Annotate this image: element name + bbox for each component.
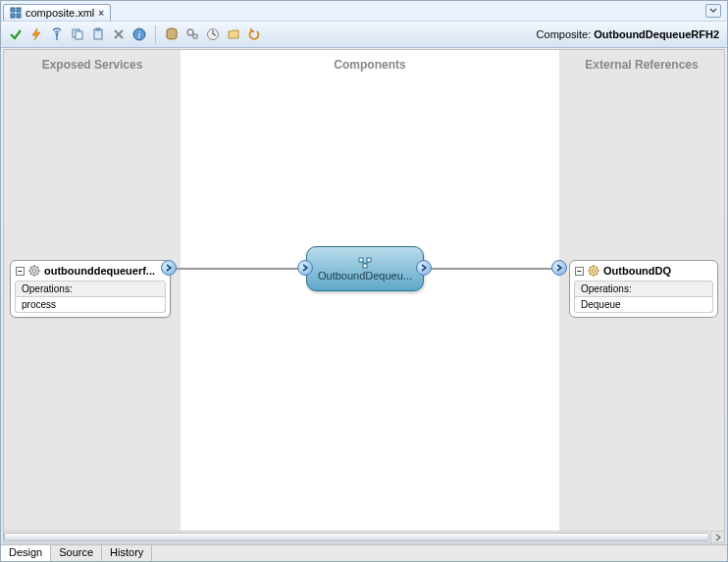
component-node-outbounddequeue[interactable]: OutboundDequeu...	[306, 246, 424, 291]
svg-rect-1	[17, 8, 21, 12]
canvas-inner: Exposed Services Components External Ref…	[4, 50, 724, 531]
composite-name-label: Composite: OutboundDequeueRFH2	[537, 28, 719, 40]
info-icon: i	[132, 27, 146, 41]
composite-canvas[interactable]: Exposed Services Components External Ref…	[3, 49, 725, 543]
toolbar-separator	[155, 26, 156, 43]
test-button[interactable]	[27, 26, 45, 43]
folder-button[interactable]	[225, 26, 242, 43]
component-node-name: OutboundDequeu...	[318, 270, 412, 281]
tab-history[interactable]: History	[102, 545, 152, 561]
file-tab-label: composite.xml	[26, 7, 94, 19]
copy-icon	[71, 27, 84, 41]
collapse-toggle-icon[interactable]: −	[16, 267, 25, 276]
folder-icon	[227, 27, 240, 41]
broadcast-button[interactable]	[48, 26, 66, 43]
file-tab-bar: composite.xml ×	[1, 1, 727, 21]
svg-rect-26	[359, 258, 363, 262]
service-node-header: − outbounddequeuerf...	[11, 261, 170, 279]
config-button[interactable]	[183, 26, 201, 43]
svg-point-30	[592, 269, 595, 272]
tab-source[interactable]: Source	[51, 545, 102, 561]
scrollbar-thumb[interactable]	[4, 533, 709, 541]
clock-icon	[206, 27, 220, 41]
composite-name-value: OutboundDequeueRFH2	[594, 28, 719, 40]
gear-icon	[27, 264, 41, 278]
svg-point-13	[187, 29, 193, 35]
delete-button[interactable]	[110, 26, 128, 43]
antenna-icon	[50, 27, 64, 41]
svg-point-14	[193, 34, 197, 38]
scrollbar-right-arrow[interactable]	[710, 532, 724, 543]
svg-rect-28	[363, 264, 367, 268]
service-operations-label: Operations:	[15, 281, 166, 297]
copy-button[interactable]	[69, 26, 86, 43]
external-references-header: External References	[559, 50, 724, 79]
undo-button[interactable]	[245, 26, 263, 43]
reference-operations-label: Operations:	[574, 281, 713, 297]
component-output-port[interactable]	[416, 260, 432, 276]
reference-node-header: − OutboundDQ	[570, 261, 717, 279]
config-icon	[185, 27, 199, 41]
svg-point-17	[32, 269, 35, 272]
wire-component-to-reference[interactable]	[426, 268, 563, 270]
chevron-right-icon	[555, 264, 563, 272]
chevron-right-icon	[420, 264, 428, 272]
chevron-right-icon	[301, 264, 309, 272]
delete-icon	[112, 27, 126, 41]
editor-view-tabs: Design Source History	[1, 544, 727, 561]
service-operation-process[interactable]: process	[15, 297, 166, 313]
components-header: Components	[181, 50, 559, 79]
collapse-toggle-icon[interactable]: −	[575, 267, 584, 276]
paste-button[interactable]	[89, 26, 107, 43]
service-node-outbounddequeuerf[interactable]: − outbounddequeuerf... Operations: proce…	[10, 260, 171, 318]
adapter-gear-icon	[587, 264, 600, 278]
service-node-name: outbounddequeuerf...	[44, 265, 155, 277]
file-tab-composite[interactable]: composite.xml ×	[3, 4, 111, 21]
bolt-icon	[29, 27, 43, 41]
editor-window: composite.xml × i Composite: OutboundDeq…	[0, 0, 728, 562]
horizontal-scrollbar[interactable]	[4, 531, 724, 542]
svg-rect-2	[11, 14, 15, 18]
info-button[interactable]: i	[130, 26, 148, 43]
svg-rect-0	[11, 8, 15, 12]
reference-node-name: OutboundDQ	[603, 265, 671, 277]
composite-label-text: Composite:	[537, 28, 592, 40]
clock-button[interactable]	[204, 26, 222, 43]
validate-button[interactable]	[7, 26, 25, 43]
chevron-down-icon	[709, 8, 717, 14]
db-icon	[165, 27, 179, 41]
wire-service-to-component[interactable]	[171, 268, 312, 270]
chevron-right-icon	[165, 264, 173, 272]
svg-rect-27	[367, 258, 371, 262]
reference-operation-dequeue[interactable]: Dequeue	[574, 297, 713, 313]
tab-design[interactable]: Design	[1, 545, 51, 561]
svg-rect-7	[76, 31, 82, 39]
reference-operations: Operations: Dequeue	[574, 281, 713, 313]
undo-icon	[247, 27, 261, 41]
minimize-panel-button[interactable]	[705, 4, 721, 18]
paste-icon	[91, 27, 105, 41]
composite-file-icon	[10, 7, 22, 19]
exposed-services-header: Exposed Services	[4, 50, 181, 79]
svg-rect-3	[17, 14, 21, 18]
chevron-right-icon	[715, 534, 721, 541]
close-tab-icon[interactable]: ×	[98, 8, 104, 19]
svg-rect-9	[96, 28, 100, 30]
service-output-port[interactable]	[161, 260, 177, 276]
service-operations: Operations: process	[15, 281, 166, 313]
db-button[interactable]	[163, 26, 181, 43]
bpel-process-icon	[358, 257, 372, 269]
toolbar: i Composite: OutboundDequeueRFH2	[1, 21, 727, 48]
reference-node-outbounddq[interactable]: − OutboundDQ Operations: Dequeue	[569, 260, 718, 318]
reference-input-port[interactable]	[551, 260, 567, 276]
component-input-port[interactable]	[297, 260, 313, 276]
svg-text:i: i	[138, 29, 141, 40]
check-icon	[9, 27, 23, 41]
